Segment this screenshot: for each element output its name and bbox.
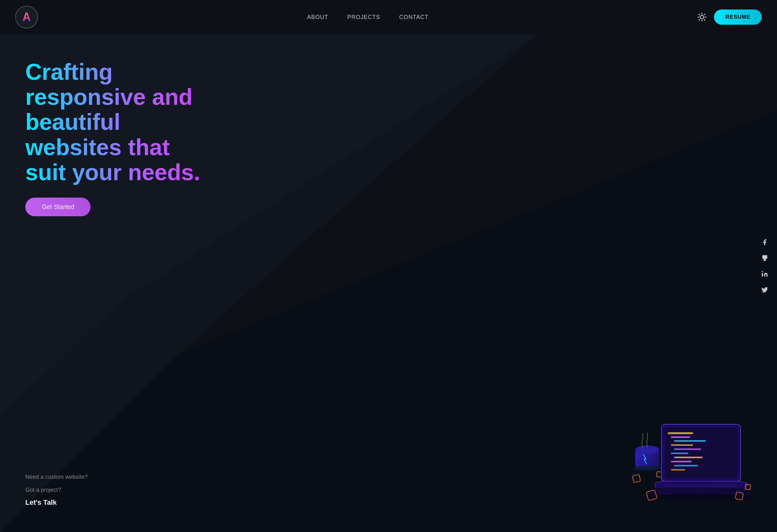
svg-rect-25	[671, 452, 688, 454]
svg-line-7	[704, 14, 705, 15]
nav-item-about[interactable]: ABOUT	[307, 14, 328, 21]
svg-rect-26	[674, 457, 702, 458]
svg-rect-22	[674, 440, 706, 442]
svg-rect-29	[671, 469, 685, 470]
svg-line-5	[699, 14, 700, 15]
linkedin-icon[interactable]	[761, 271, 768, 278]
svg-point-0	[700, 15, 704, 19]
svg-rect-30	[665, 485, 738, 487]
nav-link-contact[interactable]: CONTACT	[399, 14, 429, 20]
svg-rect-28	[674, 465, 698, 466]
nav-link-about[interactable]: ABOUT	[307, 14, 328, 20]
hero-section: Crafting responsive and beautiful websit…	[0, 34, 777, 532]
svg-line-8	[699, 19, 700, 20]
hero-heading: Crafting responsive and beautiful websit…	[25, 60, 212, 185]
hero-content: Crafting responsive and beautiful websit…	[0, 34, 237, 235]
lets-talk-link[interactable]: Let's Talk	[25, 499, 57, 506]
svg-point-15	[633, 465, 661, 470]
hero-line1: Need a custom website?	[25, 472, 88, 482]
nav-links: ABOUT PROJECTS CONTACT	[307, 14, 429, 21]
laptop-illustration	[606, 380, 752, 526]
navbar: A ABOUT PROJECTS CONTACT	[0, 0, 777, 34]
twitter-icon[interactable]	[761, 286, 768, 293]
nav-item-projects[interactable]: PROJECTS	[347, 14, 380, 21]
facebook-icon[interactable]	[761, 239, 768, 246]
svg-line-6	[704, 19, 705, 20]
svg-rect-21	[671, 436, 690, 438]
hero-line2: Got a project?	[25, 486, 88, 495]
github-icon[interactable]	[761, 254, 768, 261]
social-bar	[761, 239, 768, 293]
get-started-button[interactable]: Get Started	[25, 198, 91, 216]
logo[interactable]: A	[15, 6, 38, 28]
nav-link-projects[interactable]: PROJECTS	[347, 14, 380, 20]
nav-item-contact[interactable]: CONTACT	[399, 14, 429, 21]
nav-right: RESUME	[697, 9, 762, 25]
resume-button[interactable]: RESUME	[714, 9, 762, 25]
svg-rect-27	[671, 461, 691, 462]
hero-bottom-cta: Need a custom website? Got a project? Le…	[25, 472, 88, 507]
svg-rect-20	[668, 432, 693, 434]
svg-rect-24	[674, 448, 701, 450]
svg-rect-16	[632, 474, 640, 482]
svg-rect-23	[671, 444, 693, 446]
svg-point-37	[762, 271, 763, 272]
logo-letter: A	[22, 10, 31, 24]
theme-toggle-icon[interactable]	[697, 13, 706, 21]
